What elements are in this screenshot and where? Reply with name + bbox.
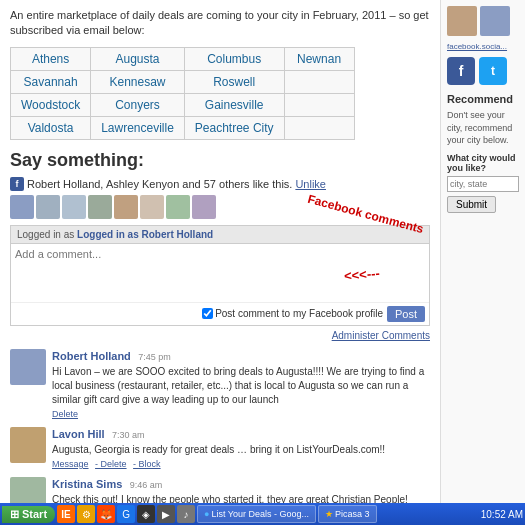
arrow-annotation: <<<--- <box>344 265 381 283</box>
city-columbus[interactable]: Columbus <box>184 47 284 70</box>
avatar-6 <box>140 195 164 219</box>
taskbar-icon-4[interactable]: G <box>117 505 135 523</box>
comment-author-3: Kristina Sims <box>52 478 122 490</box>
comment-time-1: 7:45 pm <box>138 352 171 362</box>
comment-body-3: Kristina Sims 9:46 am Check this out! I … <box>52 477 430 505</box>
taskbar-icon-5[interactable]: ◈ <box>137 505 155 523</box>
avatar-8 <box>192 195 216 219</box>
comment-author-2: Lavon Hill <box>52 428 105 440</box>
taskbar-right: 10:52 AM <box>481 509 523 520</box>
city-athens[interactable]: Athens <box>11 47 91 70</box>
city-woodstock[interactable]: Woodstock <box>11 93 91 116</box>
logged-in-name: Logged in as Robert Holland <box>77 229 213 240</box>
taskbar-icon-6[interactable]: ▶ <box>157 505 175 523</box>
comment-body-1: Robert Holland 7:45 pm Hi Lavon – we are… <box>52 349 430 419</box>
avatar-2 <box>36 195 60 219</box>
administer-link[interactable]: Administer Comments <box>10 330 430 341</box>
fb-icon: f <box>10 177 24 191</box>
main-content: An entire marketplace of daily deals are… <box>0 0 440 505</box>
comment-avatar-1 <box>10 349 46 385</box>
city-empty2 <box>284 93 354 116</box>
comment-author-1: Robert Holland <box>52 350 131 362</box>
comment-item: Robert Holland 7:45 pm Hi Lavon – we are… <box>10 349 430 419</box>
comment-avatar-3 <box>10 477 46 505</box>
comment-item: Lavon Hill 7:30 am Augusta, Georgia is r… <box>10 427 430 469</box>
city-kennesaw[interactable]: Kennesaw <box>91 70 185 93</box>
browser-icon: ● <box>204 509 209 519</box>
comments-list: Robert Holland 7:45 pm Hi Lavon – we are… <box>10 349 430 505</box>
say-something-heading: Say something: <box>10 150 430 171</box>
unlike-link[interactable]: Unlike <box>295 178 326 190</box>
picasa-icon: ★ <box>325 509 333 519</box>
comment-actions-2: Message - Delete - Block <box>52 459 430 469</box>
city-roswell[interactable]: Roswell <box>184 70 284 93</box>
taskbar-picasa-btn[interactable]: ★ Picasa 3 <box>318 505 377 523</box>
sidebar-social-icons: f t <box>447 57 519 85</box>
avatar-1 <box>10 195 34 219</box>
avatar-7 <box>166 195 190 219</box>
start-button[interactable]: ⊞ Start <box>2 506 55 523</box>
city-newnan[interactable]: Newnan <box>284 47 354 70</box>
delete-link-2[interactable]: - Delete <box>95 459 127 469</box>
sidebar: facebook.socia... f t Recommend Don't se… <box>440 0 525 505</box>
taskbar: ⊞ Start IE ⚙ 🦊 G ◈ ▶ ♪ ● List Your Deals… <box>0 503 525 525</box>
comment-time-2: 7:30 am <box>112 430 145 440</box>
avatar-3 <box>62 195 86 219</box>
comment-item: Kristina Sims 9:46 am Check this out! I … <box>10 477 430 505</box>
taskbar-icon-7[interactable]: ♪ <box>177 505 195 523</box>
start-icon: ⊞ <box>10 508 19 521</box>
city-grid: Athens Augusta Columbus Newnan Savannah … <box>10 47 355 140</box>
comment-body-2: Lavon Hill 7:30 am Augusta, Georgia is r… <box>52 427 430 469</box>
submit-button[interactable]: Submit <box>447 196 496 213</box>
post-to-fb-label[interactable]: Post comment to my Facebook profile <box>202 308 383 319</box>
comment-box-header: Logged in as Logged in as Robert Holland <box>11 226 429 244</box>
delete-link-1[interactable]: Delete <box>52 409 78 419</box>
recommended-text: Don't see your city, recommend your city… <box>447 109 519 147</box>
taskbar-icon-3[interactable]: 🦊 <box>97 505 115 523</box>
city-conyers[interactable]: Conyers <box>91 93 185 116</box>
comment-text-2: Augusta, Georgia is ready for great deal… <box>52 443 430 457</box>
intro-text: An entire marketplace of daily deals are… <box>10 8 430 39</box>
taskbar-icon-1[interactable]: IE <box>57 505 75 523</box>
avatar-5 <box>114 195 138 219</box>
city-gainesville[interactable]: Gainesville <box>184 93 284 116</box>
taskbar-clock: 10:52 AM <box>481 509 523 520</box>
fb-comment-section: f Robert Holland, Ashley Kenyon and 57 o… <box>10 177 430 341</box>
facebook-social-btn[interactable]: f <box>447 57 475 85</box>
city-lawrenceville[interactable]: Lawrenceville <box>91 116 185 139</box>
comment-footer: Post comment to my Facebook profile Post <box>11 302 429 325</box>
message-link-2[interactable]: Message <box>52 459 89 469</box>
fb-link-text[interactable]: facebook.socia... <box>447 42 519 51</box>
city-label: What city would you like? <box>447 153 519 173</box>
block-link-2[interactable]: - Block <box>133 459 161 469</box>
city-empty1 <box>284 70 354 93</box>
recommended-title: Recommend <box>447 93 519 105</box>
city-savannah[interactable]: Savannah <box>11 70 91 93</box>
profile-pic-2 <box>480 6 510 36</box>
twitter-social-btn[interactable]: t <box>479 57 507 85</box>
avatar-4 <box>88 195 112 219</box>
taskbar-icon-2[interactable]: ⚙ <box>77 505 95 523</box>
fb-likes-row: f Robert Holland, Ashley Kenyon and 57 o… <box>10 177 430 191</box>
post-button[interactable]: Post <box>387 306 425 322</box>
city-valdosta[interactable]: Valdosta <box>11 116 91 139</box>
city-empty3 <box>284 116 354 139</box>
taskbar-browser-btn[interactable]: ● List Your Deals - Goog... <box>197 505 316 523</box>
city-augusta[interactable]: Augusta <box>91 47 185 70</box>
city-peachtree[interactable]: Peachtree City <box>184 116 284 139</box>
avatar-row <box>10 195 430 219</box>
comment-time-3: 9:46 am <box>130 480 163 490</box>
comment-avatar-2 <box>10 427 46 463</box>
comment-text-1: Hi Lavon – we are SOOO excited to bring … <box>52 365 430 407</box>
profile-pic-1 <box>447 6 477 36</box>
city-state-input[interactable] <box>447 176 519 192</box>
sidebar-profile-row <box>447 6 519 36</box>
comment-actions-1: Delete <box>52 409 430 419</box>
post-to-fb-checkbox[interactable] <box>202 308 213 319</box>
fb-likes-text: Robert Holland, Ashley Kenyon and 57 oth… <box>27 178 292 190</box>
